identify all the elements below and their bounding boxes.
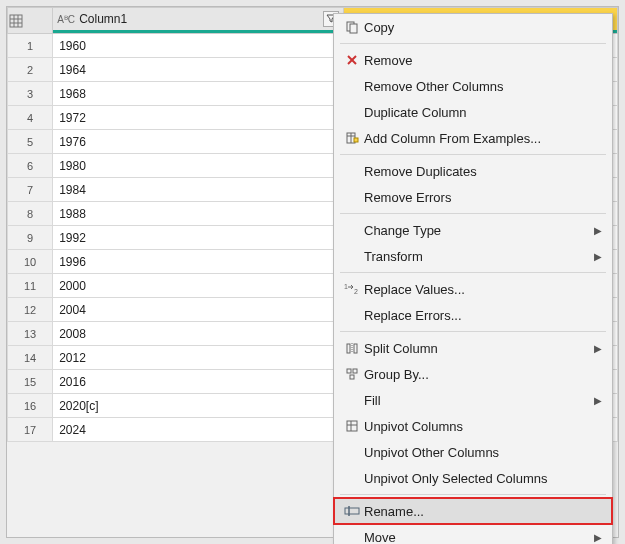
replace-icon: 12 [340,282,364,296]
row-number[interactable]: 7 [8,178,53,202]
type-badge-text: AᴮC [57,14,75,25]
svg-rect-16 [354,344,357,353]
cell-column1[interactable]: 1992 [53,226,343,250]
svg-rect-12 [354,138,358,142]
chevron-right-icon: ▶ [590,225,602,236]
row-number[interactable]: 14 [8,346,53,370]
row-number[interactable]: 10 [8,250,53,274]
svg-text:1: 1 [344,283,348,290]
menu-duplicate-column[interactable]: Duplicate Column [334,99,612,125]
menu-label: Add Column From Examples... [364,131,602,146]
row-number[interactable]: 3 [8,82,53,106]
menu-fill[interactable]: Fill ▶ [334,387,612,413]
row-number[interactable]: 6 [8,154,53,178]
menu-label: Group By... [364,367,602,382]
menu-replace-errors[interactable]: Replace Errors... [334,302,612,328]
chevron-right-icon: ▶ [590,532,602,543]
svg-rect-20 [350,375,354,379]
table-corner[interactable] [8,8,53,34]
row-number[interactable]: 16 [8,394,53,418]
menu-split-column[interactable]: Split Column ▶ [334,335,612,361]
cell-column1[interactable]: 1996 [53,250,343,274]
menu-separator [340,213,606,214]
cell-column1[interactable]: 2008 [53,322,343,346]
cell-column1[interactable]: 2024 [53,418,343,442]
row-number[interactable]: 4 [8,106,53,130]
row-number[interactable]: 12 [8,298,53,322]
menu-transform[interactable]: Transform ▶ [334,243,612,269]
menu-label: Unpivot Other Columns [364,445,602,460]
row-number[interactable]: 13 [8,322,53,346]
row-number[interactable]: 17 [8,418,53,442]
menu-separator [340,272,606,273]
chevron-right-icon: ▶ [590,251,602,262]
menu-unpivot-columns[interactable]: Unpivot Columns [334,413,612,439]
row-number[interactable]: 9 [8,226,53,250]
svg-rect-18 [347,369,351,373]
menu-label: Change Type [364,223,590,238]
chevron-right-icon: ▶ [590,395,602,406]
menu-separator [340,494,606,495]
cell-column1[interactable]: 1968 [53,82,343,106]
svg-rect-24 [345,508,359,514]
row-number[interactable]: 5 [8,130,53,154]
cell-column1[interactable]: 1988 [53,202,343,226]
menu-rename[interactable]: Rename... [334,498,612,524]
cell-column1[interactable]: 1964 [53,58,343,82]
cell-column1[interactable]: 1972 [53,106,343,130]
menu-copy[interactable]: Copy [334,14,612,40]
menu-remove-errors[interactable]: Remove Errors [334,184,612,210]
row-number[interactable]: 8 [8,202,53,226]
menu-label: Copy [364,20,602,35]
menu-remove-duplicates[interactable]: Remove Duplicates [334,158,612,184]
svg-rect-21 [347,421,357,431]
cell-column1[interactable]: 1960 [53,34,343,58]
table-icon [9,14,23,28]
svg-rect-19 [353,369,357,373]
cell-column1[interactable]: 2000 [53,274,343,298]
unpivot-icon [340,419,364,433]
menu-change-type[interactable]: Change Type ▶ [334,217,612,243]
menu-replace-values[interactable]: 12 Replace Values... [334,276,612,302]
copy-icon [340,20,364,34]
menu-label: Replace Errors... [364,308,602,323]
chevron-right-icon: ▶ [590,343,602,354]
group-by-icon [340,367,364,381]
rename-icon [340,505,364,517]
cell-column1[interactable]: 1976 [53,130,343,154]
menu-remove[interactable]: Remove [334,47,612,73]
menu-separator [340,43,606,44]
menu-label: Unpivot Only Selected Columns [364,471,602,486]
cell-column1[interactable]: 2012 [53,346,343,370]
row-number[interactable]: 15 [8,370,53,394]
column-header-column1[interactable]: AᴮC Column1 [53,8,343,34]
menu-unpivot-other-columns[interactable]: Unpivot Other Columns [334,439,612,465]
menu-label: Unpivot Columns [364,419,602,434]
menu-label: Transform [364,249,590,264]
menu-unpivot-only-selected[interactable]: Unpivot Only Selected Columns [334,465,612,491]
svg-rect-6 [350,24,357,33]
menu-label: Remove Other Columns [364,79,602,94]
menu-label: Remove Duplicates [364,164,602,179]
menu-separator [340,154,606,155]
menu-add-column-from-examples[interactable]: Add Column From Examples... [334,125,612,151]
menu-label: Remove Errors [364,190,602,205]
cell-column1[interactable]: 1980 [53,154,343,178]
svg-rect-15 [347,344,350,353]
menu-group-by[interactable]: Group By... [334,361,612,387]
row-number[interactable]: 1 [8,34,53,58]
cell-column1[interactable]: 2016 [53,370,343,394]
split-column-icon [340,341,364,355]
menu-label: Remove [364,53,602,68]
cell-column1[interactable]: 2020[c] [53,394,343,418]
row-number[interactable]: 2 [8,58,53,82]
add-column-icon [340,131,364,145]
menu-label: Fill [364,393,590,408]
menu-move[interactable]: Move ▶ [334,524,612,544]
row-number[interactable]: 11 [8,274,53,298]
cell-column1[interactable]: 1984 [53,178,343,202]
remove-icon [340,54,364,66]
menu-remove-other-columns[interactable]: Remove Other Columns [334,73,612,99]
cell-column1[interactable]: 2004 [53,298,343,322]
menu-separator [340,331,606,332]
